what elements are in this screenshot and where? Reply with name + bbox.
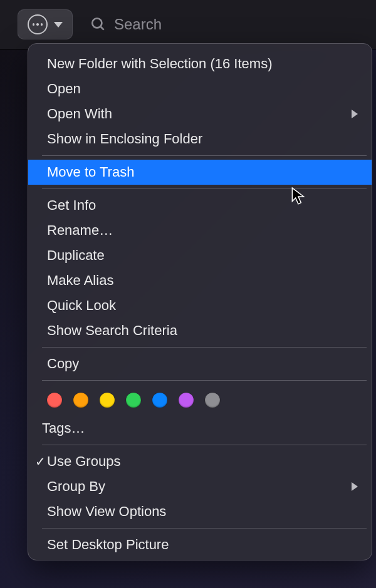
svg-point-0 — [92, 18, 102, 28]
menu-show-enclosing-folder[interactable]: Show in Enclosing Folder — [28, 126, 372, 152]
tag-color-row — [28, 384, 372, 416]
more-ellipsis-icon — [28, 14, 48, 34]
menu-group-by[interactable]: Group By — [28, 474, 372, 499]
menu-show-view-options[interactable]: Show View Options — [28, 499, 372, 524]
tag-green[interactable] — [126, 393, 141, 408]
menu-separator — [42, 445, 367, 445]
tag-blue[interactable] — [152, 393, 167, 408]
menu-open[interactable]: Open — [28, 76, 372, 101]
chevron-down-icon — [54, 22, 63, 28]
search-placeholder: Search — [114, 16, 162, 33]
search-field[interactable]: Search — [90, 16, 358, 33]
menu-separator — [42, 380, 367, 381]
menu-set-desktop-picture[interactable]: Set Desktop Picture — [28, 532, 372, 557]
content-area: New Folder with Selection (16 Items) Ope… — [0, 49, 376, 588]
menu-new-folder-selection[interactable]: New Folder with Selection (16 Items) — [28, 51, 372, 76]
tag-orange[interactable] — [73, 393, 88, 408]
toolbar: Search — [0, 0, 376, 49]
menu-make-alias[interactable]: Make Alias — [28, 268, 372, 293]
actions-button[interactable] — [18, 9, 73, 39]
menu-quick-look[interactable]: Quick Look — [28, 293, 372, 318]
context-menu: New Folder with Selection (16 Items) Ope… — [28, 43, 372, 560]
menu-move-to-trash[interactable]: Move to Trash — [28, 160, 372, 185]
menu-copy[interactable]: Copy — [28, 351, 372, 376]
svg-line-1 — [100, 26, 103, 29]
menu-separator — [42, 347, 367, 348]
menu-tags[interactable]: Tags… — [28, 416, 372, 441]
search-icon — [90, 16, 107, 33]
menu-duplicate[interactable]: Duplicate — [28, 243, 372, 268]
menu-separator — [42, 155, 367, 156]
tag-red[interactable] — [47, 393, 62, 408]
menu-get-info[interactable]: Get Info — [28, 193, 372, 218]
tag-gray[interactable] — [205, 393, 220, 408]
menu-separator — [42, 528, 367, 529]
menu-separator — [42, 188, 367, 189]
menu-open-with[interactable]: Open With — [28, 101, 372, 126]
menu-use-groups[interactable]: Use Groups — [28, 449, 372, 474]
tag-yellow[interactable] — [100, 393, 115, 408]
menu-show-search-criteria[interactable]: Show Search Criteria — [28, 318, 372, 343]
menu-rename[interactable]: Rename… — [28, 218, 372, 243]
tag-purple[interactable] — [179, 393, 194, 408]
